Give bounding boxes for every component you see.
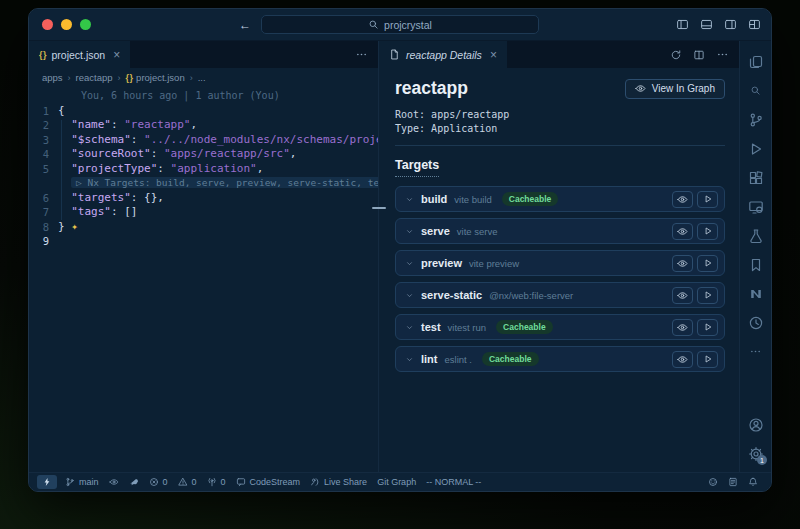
statusbar-normal[interactable]: -- NORMAL --: [421, 475, 486, 489]
activity-bar: 1: [739, 41, 771, 472]
code-line[interactable]: 3 "$schema": "../../node_modules/nx/sche…: [29, 133, 378, 148]
test-beaker-icon[interactable]: [740, 221, 771, 250]
breadcrumb-item[interactable]: { }project.json: [126, 72, 185, 83]
back-arrow-icon[interactable]: ←: [239, 18, 251, 32]
toggle-panel-icon[interactable]: [700, 18, 713, 31]
target-command: eslint .: [445, 354, 472, 365]
close-window-button[interactable]: [42, 19, 53, 30]
chevron-down-icon[interactable]: [405, 323, 414, 332]
statusbar-formatter-doc[interactable]: [723, 475, 743, 489]
breadcrumb-separator: ›: [190, 73, 193, 83]
target-row-test[interactable]: testvitest runCacheable: [395, 314, 725, 340]
chevron-down-icon[interactable]: [405, 227, 414, 236]
source-control-icon[interactable]: [740, 105, 771, 134]
code-line[interactable]: 9: [29, 234, 378, 249]
more-icon[interactable]: [355, 48, 368, 61]
bookmarks-icon[interactable]: [740, 250, 771, 279]
line-number: 1: [29, 104, 49, 119]
copy-files-icon[interactable]: [740, 47, 771, 76]
toggle-primary-sidebar-icon[interactable]: [676, 18, 689, 31]
close-icon[interactable]: ×: [490, 49, 497, 61]
split-editor-icon[interactable]: [693, 49, 705, 61]
run-target-button[interactable]: [697, 223, 718, 240]
show-target-config-button[interactable]: [672, 223, 693, 240]
chevron-down-icon[interactable]: [405, 195, 414, 204]
code-editor[interactable]: You, 6 hours ago | 1 author (You)1{2 "na…: [29, 87, 378, 472]
remote-explorer-icon[interactable]: [740, 192, 771, 221]
run-target-button[interactable]: [697, 191, 718, 208]
minimize-window-button[interactable]: [61, 19, 72, 30]
statusbar-0[interactable]: 00: [144, 475, 202, 489]
statusbar-bell[interactable]: [743, 475, 763, 489]
json-braces-icon: { }: [39, 50, 46, 60]
code-line[interactable]: 4 "sourceRoot": "apps/reactapp/src",: [29, 147, 378, 162]
show-target-config-button[interactable]: [672, 287, 693, 304]
sash-handle[interactable]: [372, 207, 386, 209]
run-target-button[interactable]: [697, 351, 718, 368]
nx-codelens-line[interactable]: ▷ Nx Targets: build, serve, preview, ser…: [29, 176, 378, 191]
more-icon[interactable]: [716, 48, 729, 61]
project-details-panel: reactapp View In Graph Root: apps/reacta…: [379, 68, 739, 472]
account-icon[interactable]: [740, 410, 771, 439]
code-line[interactable]: 5 "projectType": "application",: [29, 162, 378, 177]
statusbar-visibility[interactable]: [104, 475, 124, 489]
settings-gear-icon[interactable]: 1: [740, 439, 771, 468]
bell-icon: [748, 477, 758, 487]
code-line[interactable]: 8} ✦: [29, 220, 378, 235]
run-target-button[interactable]: [697, 287, 718, 304]
breadcrumb-item[interactable]: ...: [198, 72, 206, 83]
more-icon[interactable]: [740, 337, 771, 366]
close-icon[interactable]: ×: [113, 49, 120, 61]
editor-group-left: { } project.json × apps›reactapp›{ }proj…: [29, 41, 379, 472]
extensions-icon[interactable]: [740, 163, 771, 192]
statusbar-main[interactable]: main: [60, 475, 104, 489]
code-line[interactable]: 2 "name": "reactapp",: [29, 118, 378, 133]
chevron-down-icon[interactable]: [405, 259, 414, 268]
statusbar-codestream[interactable]: CodeStream: [231, 475, 306, 489]
run-target-button[interactable]: [697, 319, 718, 336]
chevron-down-icon[interactable]: [405, 291, 414, 300]
tab-reactapp-details[interactable]: reactapp Details ×: [379, 41, 507, 68]
target-row-preview[interactable]: previewvite preview: [395, 250, 725, 276]
search-icon[interactable]: [740, 76, 771, 105]
statusbar-live-share[interactable]: Live Share: [305, 475, 372, 489]
show-target-config-button[interactable]: [672, 319, 693, 336]
breadcrumb-item[interactable]: apps: [42, 72, 63, 83]
refresh-icon[interactable]: [670, 49, 682, 61]
toggle-secondary-sidebar-icon[interactable]: [724, 18, 737, 31]
statusbar-bird[interactable]: [124, 475, 144, 489]
nx-console-icon[interactable]: [740, 279, 771, 308]
line-number: 4: [29, 147, 49, 162]
statusbar-0[interactable]: 0: [202, 475, 231, 489]
file-icon: [389, 49, 400, 60]
gitlens-blame-annotation[interactable]: You, 6 hours ago | 1 author (You): [29, 89, 378, 104]
tab-project-json[interactable]: { } project.json ×: [29, 41, 130, 68]
show-target-config-button[interactable]: [672, 255, 693, 272]
run-target-button[interactable]: [697, 255, 718, 272]
code-line[interactable]: 6 "targets": {},: [29, 191, 378, 206]
target-row-serve-static[interactable]: serve-static@nx/web:file-server: [395, 282, 725, 308]
statusbar-feedback-smiley[interactable]: [703, 475, 723, 489]
statusbar-git-graph[interactable]: Git Graph: [372, 475, 421, 489]
breadcrumb-item[interactable]: reactapp: [76, 72, 113, 83]
show-target-config-button[interactable]: [672, 351, 693, 368]
view-in-graph-button[interactable]: View In Graph: [625, 79, 725, 99]
show-target-config-button[interactable]: [672, 191, 693, 208]
customize-layout-icon[interactable]: [748, 18, 761, 31]
git-branch-icon: [65, 477, 75, 487]
target-row-serve[interactable]: servevite serve: [395, 218, 725, 244]
command-center-search[interactable]: projcrystal: [261, 15, 539, 34]
maximize-window-button[interactable]: [80, 19, 91, 30]
vscode-window: ← → projcrystal { } project.json × apps›…: [28, 8, 772, 492]
statusbar-remote-lightning[interactable]: [37, 475, 57, 489]
code-line[interactable]: 7 "tags": []: [29, 205, 378, 220]
tab-label: project.json: [52, 49, 106, 61]
code-line[interactable]: 1{: [29, 104, 378, 119]
time-tracker-icon[interactable]: [740, 308, 771, 337]
chevron-down-icon[interactable]: [405, 355, 414, 364]
target-row-build[interactable]: buildvite buildCacheable: [395, 186, 725, 212]
run-debug-icon[interactable]: [740, 134, 771, 163]
target-row-lint[interactable]: linteslint .Cacheable: [395, 346, 725, 372]
remote-lightning-icon: [42, 477, 52, 487]
nx-targets-codelens[interactable]: ▷ Nx Targets: build, serve, preview, ser…: [71, 177, 378, 188]
